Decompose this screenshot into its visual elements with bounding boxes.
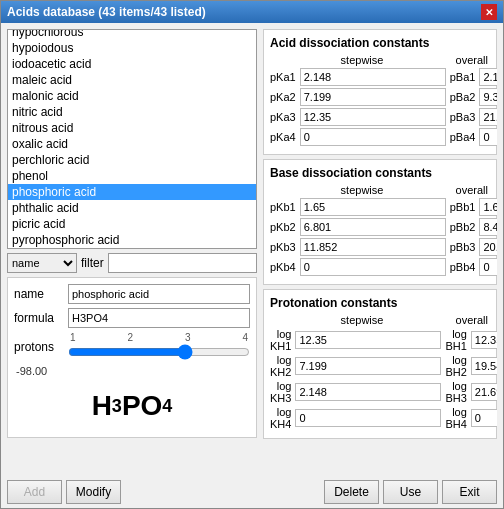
row-label: log KH3 [270,380,291,404]
formula-row: formula [14,308,250,328]
overall-input[interactable] [471,357,497,375]
overall-label: pBb4 [450,261,476,273]
overall-input[interactable] [479,218,497,236]
overall-input[interactable] [479,88,497,106]
overall-label: log BH4 [445,406,466,430]
stepwise-input[interactable] [295,331,441,349]
protonation-constants-title: Protonation constants [270,296,490,310]
add-button[interactable]: Add [7,480,62,504]
list-item[interactable]: hypoiodous [8,40,256,56]
right-buttons: Delete Use Exit [324,480,497,504]
protonation-constants-box: Protonation constants stepwise overall l… [263,289,497,439]
overall-input[interactable] [479,68,497,86]
stepwise-input[interactable] [300,68,446,86]
stepwise-input[interactable] [300,128,446,146]
prot-col-stepwise: stepwise [320,314,404,326]
stepwise-input[interactable] [300,218,446,236]
acid-constants-title: Acid dissociation constants [270,36,490,50]
protons-label: protons [14,340,64,354]
overall-input[interactable] [479,198,497,216]
row-label: log KH1 [270,328,291,352]
overall-input[interactable] [479,258,497,276]
row-label: log KH2 [270,354,291,378]
constant-row: log KH1log BH1 [270,328,490,352]
stepwise-input[interactable] [300,198,446,216]
row-label: pKa4 [270,131,296,143]
overall-input[interactable] [471,331,497,349]
formula-input[interactable] [68,308,250,328]
list-item[interactable]: hypochlorous [8,29,256,40]
row-label: pKb1 [270,201,296,213]
constant-row: pKa3pBa3 [270,108,490,126]
overall-input[interactable] [471,409,497,427]
title-bar: Acids database (43 items/43 listed) ✕ [1,1,503,23]
stepwise-input[interactable] [295,409,441,427]
stepwise-input[interactable] [300,258,446,276]
formula-display: H3PO4 [14,381,250,431]
delete-button[interactable]: Delete [324,480,379,504]
acid-col-stepwise: stepwise [320,54,404,66]
constant-row: pKb2pBb2 [270,218,490,236]
overall-input[interactable] [479,238,497,256]
row-label: pKb4 [270,261,296,273]
list-item[interactable]: pyrophosphoric acid [8,232,256,248]
row-label: pKb2 [270,221,296,233]
overall-input[interactable] [479,108,497,126]
list-item[interactable]: phthalic acid [8,200,256,216]
overall-input[interactable] [471,383,497,401]
formula-label: formula [14,311,64,325]
list-item[interactable]: nitric acid [8,104,256,120]
name-input[interactable] [68,284,250,304]
constant-row: pKb4pBb4 [270,258,490,276]
slider-ticks: 1 2 3 4 [68,332,250,343]
proton-slider-container: 1 2 3 4 [68,332,250,361]
filter-type-select[interactable]: nameformula [7,253,77,273]
base-col-overall: overall [404,184,490,196]
acid-list[interactable]: hydrogen sulfidehydroxyacetic acidhypobr… [7,29,257,249]
close-button[interactable]: ✕ [481,4,497,20]
overall-label: log BH1 [445,328,466,352]
row-label: pKb3 [270,241,296,253]
list-item[interactable]: nitrous acid [8,120,256,136]
constant-row: log KH4log BH4 [270,406,490,430]
constant-row: pKb3pBb3 [270,238,490,256]
filter-label: filter [81,256,104,270]
list-item[interactable]: phosphoric acid [8,184,256,200]
list-item[interactable]: picric acid [8,216,256,232]
filter-row: nameformula filter [7,253,257,273]
acid-constants-box: Acid dissociation constants stepwise ove… [263,29,497,155]
constant-row: pKa2pBa2 [270,88,490,106]
list-item[interactable]: perchloric acid [8,152,256,168]
left-panel: hydrogen sulfidehydroxyacetic acidhypobr… [7,29,257,470]
base-constants-box: Base dissociation constants stepwise ove… [263,159,497,285]
row-label: pKa2 [270,91,296,103]
acid-constants-header: stepwise overall [270,54,490,66]
stepwise-input[interactable] [300,88,446,106]
constant-row: pKb1pBb1 [270,198,490,216]
list-item[interactable]: malonic acid [8,88,256,104]
list-item[interactable]: iodoacetic acid [8,56,256,72]
filter-input[interactable] [108,253,257,273]
list-item[interactable]: phenol [8,168,256,184]
protonation-constants-header: stepwise overall [270,314,490,326]
overall-input[interactable] [479,128,497,146]
overall-label: pBa4 [450,131,476,143]
stepwise-input[interactable] [300,238,446,256]
stepwise-input[interactable] [300,108,446,126]
energy-label: -98.00 [14,365,250,377]
modify-button[interactable]: Modify [66,480,121,504]
right-panel: Acid dissociation constants stepwise ove… [263,29,497,470]
stepwise-input[interactable] [295,357,441,375]
constant-row: log KH3log BH3 [270,380,490,404]
list-item[interactable]: maleic acid [8,72,256,88]
prot-col-overall: overall [404,314,490,326]
stepwise-input[interactable] [295,383,441,401]
list-item[interactable]: oxalic acid [8,136,256,152]
use-button[interactable]: Use [383,480,438,504]
proton-slider[interactable] [68,343,250,361]
bottom-buttons: Add Modify Delete Use Exit [1,476,503,508]
overall-label: log BH3 [445,380,466,404]
exit-button[interactable]: Exit [442,480,497,504]
name-label: name [14,287,64,301]
base-constants-header: stepwise overall [270,184,490,196]
